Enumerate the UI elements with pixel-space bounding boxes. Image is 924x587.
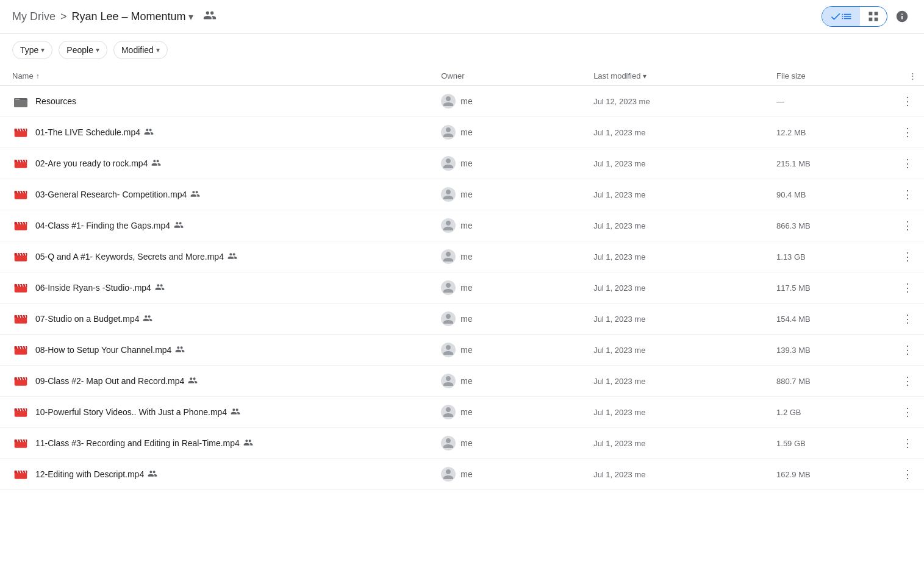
col-header-owner: Owner <box>434 66 586 86</box>
shared-icon <box>143 313 152 325</box>
file-modified-cell: Jul 1, 2023 me <box>586 272 769 304</box>
people-filter-chevron-icon: ▾ <box>96 46 99 54</box>
more-options-button[interactable]: ⋮ <box>898 123 917 141</box>
shared-icon <box>231 407 240 418</box>
file-action-cell: ⋮ <box>891 366 924 397</box>
file-name-text: 10-Powerful Story Videos.. With Just a P… <box>35 407 227 417</box>
avatar <box>441 249 456 264</box>
owner-name: me <box>460 438 472 448</box>
breadcrumb-separator: > <box>60 10 67 23</box>
file-size-cell: 90.4 MB <box>769 179 891 210</box>
file-name-text: 05-Q and A #1- Keywords, Secrets and Mor… <box>35 252 224 261</box>
file-owner-cell: me <box>434 179 586 210</box>
table-row[interactable]: 07-Studio on a Budget.mp4 me Jul 1, 2023… <box>0 304 924 335</box>
shared-icon <box>243 438 253 449</box>
file-action-cell: ⋮ <box>891 148 924 179</box>
breadcrumb-my-drive[interactable]: My Drive <box>12 10 56 23</box>
shared-icon <box>144 127 154 138</box>
more-options-button[interactable]: ⋮ <box>898 310 917 328</box>
more-options-button[interactable]: ⋮ <box>898 403 917 421</box>
table-row[interactable]: 10-Powerful Story Videos.. With Just a P… <box>0 397 924 428</box>
file-modified-cell: Jul 1, 2023 me <box>586 304 769 335</box>
file-modified-cell: Jul 1, 2023 me <box>586 210 769 241</box>
table-row[interactable]: 03-General Research- Competition.mp4 me … <box>0 179 924 210</box>
col-header-name[interactable]: Name ↑ <box>0 66 434 86</box>
file-name-cell: 05-Q and A #1- Keywords, Secrets and Mor… <box>0 241 434 272</box>
avatar <box>441 405 456 419</box>
table-row[interactable]: 04-Class #1- Finding the Gaps.mp4 me Jul… <box>0 210 924 241</box>
file-name-text: 04-Class #1- Finding the Gaps.mp4 <box>35 221 170 230</box>
file-modified-cell: Jul 1, 2023 me <box>586 335 769 366</box>
more-options-button[interactable]: ⋮ <box>898 154 917 173</box>
file-action-cell: ⋮ <box>891 397 924 428</box>
more-options-button[interactable]: ⋮ <box>898 185 917 204</box>
filters-bar: Type▾People▾Modified▾ <box>0 34 924 66</box>
file-table: Name ↑ Owner Last modified ▾ File size ⋮ <box>0 66 924 490</box>
filter-people-button[interactable]: People▾ <box>59 41 107 59</box>
file-modified-cell: Jul 1, 2023 me <box>586 428 769 459</box>
avatar <box>441 280 456 295</box>
file-name-cell: 09-Class #2- Map Out and Record.mp4 <box>0 366 434 397</box>
col-header-size: File size <box>769 66 891 86</box>
more-options-button[interactable]: ⋮ <box>898 372 917 390</box>
file-action-cell: ⋮ <box>891 335 924 366</box>
file-name-cell: Resources <box>0 86 434 117</box>
file-name-cell: 04-Class #1- Finding the Gaps.mp4 <box>0 210 434 241</box>
owner-name: me <box>460 407 472 417</box>
file-size-cell: 139.3 MB <box>769 335 891 366</box>
table-row[interactable]: 06-Inside Ryan-s -Studio-.mp4 me Jul 1, … <box>0 272 924 304</box>
more-options-button[interactable]: ⋮ <box>898 434 917 452</box>
video-icon <box>12 404 29 421</box>
more-options-button[interactable]: ⋮ <box>898 92 917 110</box>
owner-name: me <box>460 283 472 293</box>
file-name-cell: 02-Are you ready to rock.mp4 <box>0 148 434 179</box>
grid-view-button[interactable] <box>860 7 887 26</box>
shared-icon <box>174 220 184 232</box>
owner-name: me <box>460 96 472 106</box>
file-name-text: 03-General Research- Competition.mp4 <box>35 190 187 199</box>
file-name-cell: 06-Inside Ryan-s -Studio-.mp4 <box>0 272 434 304</box>
avatar <box>441 94 456 109</box>
file-action-cell: ⋮ <box>891 459 924 490</box>
more-options-button[interactable]: ⋮ <box>898 341 917 359</box>
table-row[interactable]: 11-Class #3- Recording and Editing in Re… <box>0 428 924 459</box>
info-button[interactable] <box>892 7 912 26</box>
shared-icon <box>190 189 200 201</box>
more-options-button[interactable]: ⋮ <box>898 247 917 266</box>
file-modified-cell: Jul 1, 2023 me <box>586 397 769 428</box>
avatar <box>441 125 456 140</box>
file-name-cell: 08-How to Setup Your Channel.mp4 <box>0 335 434 366</box>
more-options-button[interactable]: ⋮ <box>898 465 917 483</box>
shared-icon <box>155 282 165 294</box>
table-row[interactable]: 12-Editing with Descript.mp4 me Jul 1, 2… <box>0 459 924 490</box>
table-row[interactable]: Resources me Jul 12, 2023 me — ⋮ <box>0 86 924 117</box>
file-name-cell: 12-Editing with Descript.mp4 <box>0 459 434 490</box>
owner-name: me <box>460 221 472 230</box>
breadcrumb-current-folder[interactable]: Ryan Lee – Momentum ▾ <box>72 10 193 23</box>
col-header-modified[interactable]: Last modified ▾ <box>586 66 769 86</box>
table-row[interactable]: 02-Are you ready to rock.mp4 me Jul 1, 2… <box>0 148 924 179</box>
table-row[interactable]: 01-The LIVE Schedule.mp4 me Jul 1, 2023 … <box>0 117 924 148</box>
avatar <box>441 187 456 202</box>
modified-sort-icon: ▾ <box>643 72 646 80</box>
file-owner-cell: me <box>434 335 586 366</box>
table-row[interactable]: 05-Q and A #1- Keywords, Secrets and Mor… <box>0 241 924 272</box>
table-row[interactable]: 08-How to Setup Your Channel.mp4 me Jul … <box>0 335 924 366</box>
name-sort-icon: ↑ <box>36 72 40 80</box>
more-options-button[interactable]: ⋮ <box>898 279 917 297</box>
breadcrumb: My Drive > Ryan Lee – Momentum ▾ <box>12 9 217 25</box>
avatar <box>441 156 456 171</box>
table-row[interactable]: 09-Class #2- Map Out and Record.mp4 me J… <box>0 366 924 397</box>
file-name-cell: 03-General Research- Competition.mp4 <box>0 179 434 210</box>
shared-icon <box>151 158 161 169</box>
manage-people-icon[interactable] <box>203 9 217 25</box>
avatar <box>441 311 456 326</box>
list-view-button[interactable] <box>822 7 860 26</box>
filter-type-button[interactable]: Type▾ <box>12 41 52 59</box>
file-action-cell: ⋮ <box>891 117 924 148</box>
more-options-button[interactable]: ⋮ <box>898 216 917 235</box>
video-icon <box>12 217 29 234</box>
filter-modified-button[interactable]: Modified▾ <box>113 41 168 59</box>
shared-icon <box>148 469 157 480</box>
owner-name: me <box>460 314 472 324</box>
